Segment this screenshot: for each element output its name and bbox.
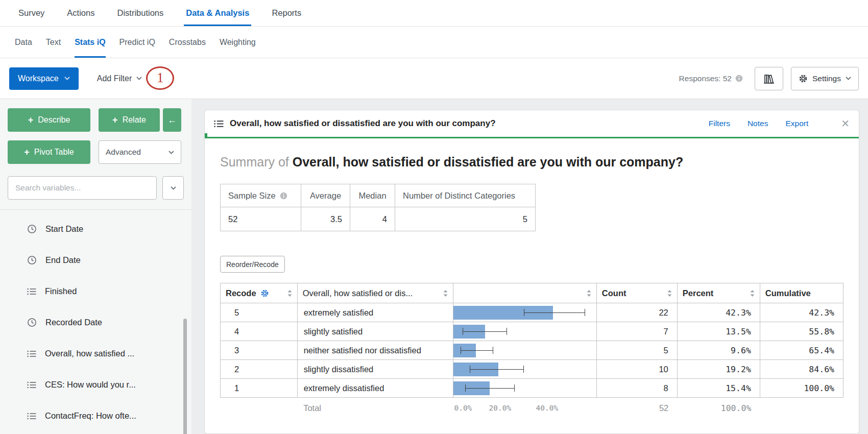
stats-header-sample-size: Sample Size [221, 184, 301, 207]
variable-list: Start Date End Date Finished Recorded Da… [8, 210, 184, 431]
describe-button[interactable]: + Describe [8, 108, 90, 132]
bar-cell [453, 360, 596, 379]
table-row: 3 neither satisfied nor dissatisfied 5 9… [221, 341, 843, 360]
describe-label: Describe [38, 115, 70, 125]
variable-ces[interactable]: CES: How would you r... [8, 369, 184, 400]
variable-finished[interactable]: Finished [8, 276, 184, 307]
tab-stats-iq[interactable]: Stats iQ [75, 27, 105, 58]
pivot-table-button[interactable]: + Pivot Table [8, 140, 90, 164]
recode-value: 3 [221, 341, 298, 360]
info-icon[interactable] [280, 192, 287, 200]
workspace-toolbar: Workspace Add Filter 1 Responses: 52 Set… [0, 58, 868, 99]
stats-header-distinct: Number of Distinct Categories [395, 184, 536, 207]
column-label: Recode [226, 288, 256, 298]
confidence-interval [465, 384, 515, 392]
chevron-down-icon [136, 77, 142, 80]
info-icon[interactable] [735, 75, 743, 82]
annotation-circle-1: 1 [146, 66, 174, 90]
tab-data[interactable]: Data [15, 27, 32, 58]
variable-start-date[interactable]: Start Date [8, 213, 184, 245]
column-header-recode[interactable]: Recode [221, 283, 298, 303]
sidebar-scrollbar[interactable] [183, 319, 187, 434]
toolbar-right: Responses: 52 Settings [679, 67, 859, 90]
settings-button[interactable]: Settings [791, 67, 859, 90]
variable-label: Overall, how satisfied ... [45, 349, 134, 358]
nav-actions[interactable]: Actions [67, 0, 94, 26]
recode-value: 1 [221, 379, 298, 398]
chevron-down-icon [64, 77, 70, 80]
reorder-recode-button[interactable]: Reorder/Recode [220, 256, 285, 273]
column-header-chart[interactable] [453, 283, 596, 303]
cumulative-value: 42.3% [760, 303, 843, 322]
confidence-interval [461, 347, 493, 354]
relate-button[interactable]: + Relate [99, 108, 160, 132]
category-label: slightly dissatisfied [297, 360, 453, 379]
axis-tick-label: 20.0% [489, 404, 512, 412]
percent-value: 13.5% [677, 322, 760, 341]
collapse-sidebar-button[interactable]: ← [163, 108, 181, 132]
recode-value: 4 [221, 322, 298, 341]
column-label: Count [602, 288, 626, 298]
percent-value: 42.3% [677, 303, 760, 322]
notes-link[interactable]: Notes [748, 119, 768, 128]
library-button[interactable] [755, 67, 783, 90]
workspace-button[interactable]: Workspace [9, 67, 79, 90]
relate-label: Relate [123, 115, 146, 125]
gear-icon [799, 74, 808, 83]
stats-header-median: Median [350, 184, 395, 207]
add-filter-button[interactable]: Add Filter [97, 74, 142, 83]
tab-crosstabs[interactable]: Crosstabs [169, 27, 206, 58]
search-variables-input[interactable] [8, 176, 157, 200]
nav-data-analysis[interactable]: Data & Analysis [186, 0, 249, 26]
variable-contactfreq[interactable]: ContactFreq: How ofte... [8, 400, 184, 431]
list-icon [27, 350, 36, 357]
confidence-interval [470, 366, 524, 373]
column-header-cumulative[interactable]: Cumulative [760, 283, 843, 303]
category-label: extremely dissatisfied [297, 379, 453, 398]
filters-link[interactable]: Filters [709, 119, 730, 128]
column-header-question[interactable]: Overall, how satisfied or dis... [297, 283, 453, 303]
recode-gear-icon[interactable] [260, 289, 269, 298]
clock-icon [27, 318, 37, 327]
nav-survey[interactable]: Survey [18, 0, 44, 26]
bar-cell [453, 341, 596, 360]
column-header-count[interactable]: Count [596, 283, 677, 303]
clock-icon [27, 255, 37, 265]
sort-icon [750, 290, 755, 297]
summary-stats-table: Sample Size Average Median Number of Dis… [220, 184, 536, 231]
summary-heading: Summary of Overall, how satisfied or dis… [220, 155, 843, 170]
tab-weighting[interactable]: Weighting [220, 27, 256, 58]
close-icon[interactable]: ✕ [841, 118, 850, 129]
variable-overall-satisfaction[interactable]: Overall, how satisfied ... [8, 338, 184, 369]
variable-recorded-date[interactable]: Recorded Date [8, 307, 184, 338]
column-label: Cumulative [765, 288, 811, 298]
variable-label: ContactFreq: How ofte... [45, 411, 136, 421]
list-icon [27, 288, 36, 295]
stats-header-average: Average [301, 184, 350, 207]
tab-text[interactable]: Text [46, 27, 61, 58]
advanced-dropdown[interactable]: Advanced [99, 140, 181, 164]
sort-icon [667, 290, 672, 297]
nav-distributions[interactable]: Distributions [117, 0, 163, 26]
tab-predict-iq[interactable]: Predict iQ [119, 27, 155, 58]
variable-end-date[interactable]: End Date [8, 245, 184, 276]
count-value: 5 [596, 341, 677, 360]
confidence-interval [463, 328, 507, 335]
column-header-percent[interactable]: Percent [677, 283, 760, 303]
chevron-down-icon [168, 151, 174, 154]
bar-cell [453, 322, 596, 341]
stat-sample-size: 52 [221, 207, 301, 231]
nav-reports[interactable]: Reports [272, 0, 301, 26]
cumulative-value: 55.8% [760, 322, 843, 341]
table-row: 1 extremely dissatisfied 8 15.4% 100.0% [221, 379, 843, 398]
table-row: 4 slightly satisfied 7 13.5% 55.8% [221, 322, 843, 341]
workspace-button-label: Workspace [18, 74, 59, 83]
bar-cell [453, 303, 596, 322]
search-options-dropdown[interactable] [162, 176, 184, 200]
stats-header-label: Sample Size [228, 191, 276, 201]
export-link[interactable]: Export [785, 119, 808, 128]
plus-icon: + [112, 115, 118, 125]
summary-title: Overall, how satisfied or dissatisfied a… [293, 155, 683, 169]
chevron-down-icon [846, 77, 851, 80]
plus-icon: + [24, 148, 30, 157]
